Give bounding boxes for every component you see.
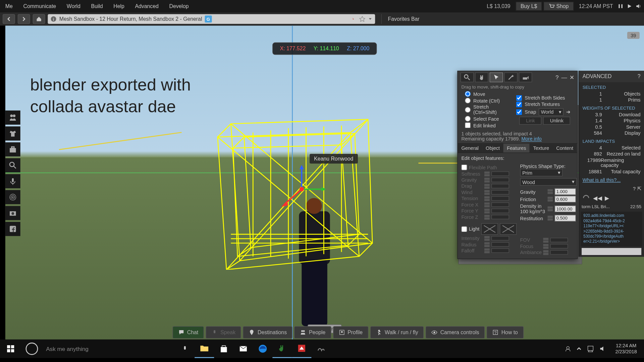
volume-icon[interactable]: [599, 345, 606, 352]
gravity-input[interactable]: [554, 188, 576, 195]
script-input[interactable]: [582, 248, 641, 255]
script-help-icon[interactable]: ?: [633, 186, 636, 192]
taskbar-explorer[interactable]: [195, 340, 214, 358]
snap-mode-select[interactable]: World▾: [539, 108, 564, 115]
move-tool[interactable]: [475, 72, 488, 82]
menu-advanced[interactable]: Advanced: [130, 3, 164, 9]
intensity-slider[interactable]: [491, 236, 509, 240]
taskbar-mail[interactable]: [233, 340, 253, 358]
notification-icon[interactable]: [587, 345, 594, 352]
tab-features[interactable]: Features: [503, 144, 530, 153]
script-next-icon[interactable]: ▶: [605, 195, 609, 201]
restitution-spinner[interactable]: [547, 216, 553, 221]
restitution-input[interactable]: [554, 215, 576, 222]
taskbar-edge[interactable]: [253, 340, 272, 358]
shop-button[interactable]: Shop: [544, 2, 574, 11]
dropdown-icon[interactable]: [368, 17, 372, 21]
flexible-path-check[interactable]: Flexible Path: [461, 165, 517, 170]
link-button[interactable]: Link: [519, 116, 541, 124]
taskbar-secondlife[interactable]: [272, 340, 292, 358]
nav-home-button[interactable]: [33, 14, 45, 24]
gravity-spinner[interactable]: [547, 189, 553, 194]
buy-linden-button[interactable]: Buy L$: [516, 2, 542, 10]
system-clock[interactable]: 12:24 AM2/23/2018: [612, 343, 641, 355]
drag-spinner[interactable]: [484, 184, 490, 189]
taskbar-mic[interactable]: [175, 340, 195, 358]
forcex-slider[interactable]: [491, 202, 509, 207]
help-icon[interactable]: ?: [555, 74, 559, 81]
softness-slider[interactable]: [491, 172, 509, 176]
select-face-radio[interactable]: Select Face: [461, 115, 510, 122]
falloff-spinner[interactable]: [484, 248, 490, 253]
focus-tool[interactable]: [461, 72, 474, 82]
radar-button[interactable]: [5, 190, 20, 204]
taskbar-search[interactable]: Ask me anything: [43, 342, 175, 356]
edit-linked-check[interactable]: Edit linked: [461, 122, 510, 129]
people-tray-icon[interactable]: [565, 346, 571, 352]
menu-me[interactable]: Me: [0, 3, 18, 9]
voice-button[interactable]: [5, 174, 20, 188]
tab-content[interactable]: Content: [553, 144, 577, 153]
more-info-link[interactable]: More info: [521, 136, 541, 141]
minimize-icon[interactable]: —: [561, 74, 567, 81]
light-color-swatch[interactable]: [481, 223, 498, 235]
tab-texture[interactable]: Texture: [530, 144, 553, 153]
radius-slider[interactable]: [491, 242, 509, 247]
close-icon[interactable]: ✕: [570, 74, 575, 81]
forcez-slider[interactable]: [491, 215, 509, 219]
forcex-spinner[interactable]: [484, 202, 490, 207]
search-button[interactable]: [5, 158, 20, 172]
drag-slider[interactable]: [491, 184, 509, 188]
refresh-icon[interactable]: [582, 194, 590, 202]
location-bar[interactable]: i Mesh Sandbox - 12 Hour Return, Mesh Sa…: [48, 14, 375, 24]
camera-controls-button[interactable]: Camera controls: [426, 326, 485, 339]
material-select[interactable]: Wood▾: [520, 178, 577, 185]
stretch-both-check[interactable]: Stretch Both Sides: [513, 95, 574, 101]
media-pause-icon[interactable]: [618, 3, 624, 9]
rotate-radio[interactable]: Rotate (Ctrl): [461, 97, 510, 104]
snap-check[interactable]: Snap World▾ ➔: [513, 108, 574, 116]
taskbar-sketchup[interactable]: [292, 340, 311, 358]
physics-shape-select[interactable]: Prim▾: [520, 169, 563, 176]
cortana-button[interactable]: [21, 340, 42, 358]
falloff-slider[interactable]: [491, 248, 509, 253]
focus-slider[interactable]: [550, 244, 568, 248]
start-button[interactable]: [0, 340, 21, 358]
media-play-icon[interactable]: [626, 3, 632, 9]
volume-icon[interactable]: [635, 3, 641, 9]
snap-arrow-icon[interactable]: ➔: [566, 109, 570, 115]
favorite-star-icon[interactable]: [359, 16, 365, 22]
nav-forward-button[interactable]: [18, 14, 30, 24]
create-tool[interactable]: [504, 72, 518, 82]
light-texture-swatch[interactable]: [500, 223, 517, 235]
ambiance-spinner[interactable]: [543, 250, 548, 255]
script-undock-icon[interactable]: ⇱: [637, 186, 641, 192]
stretch-radio[interactable]: Stretch (Ctrl+Shift): [461, 104, 510, 115]
destinations-button[interactable]: Destinations: [243, 326, 292, 339]
tension-slider[interactable]: [491, 196, 509, 201]
menu-communicate[interactable]: Communicate: [18, 3, 61, 9]
menu-develop[interactable]: Develop: [164, 3, 194, 9]
fov-slider[interactable]: [550, 238, 568, 242]
softness-spinner[interactable]: [484, 171, 490, 176]
forcez-spinner[interactable]: [484, 215, 490, 220]
how-to-button[interactable]: ?How to: [487, 326, 524, 339]
friction-input[interactable]: [554, 196, 576, 202]
stretch-tex-check[interactable]: Stretch Textures: [513, 101, 574, 108]
chat-button[interactable]: Chat: [172, 326, 204, 339]
script-prev-icon[interactable]: ◀◀: [593, 195, 602, 201]
fov-spinner[interactable]: [543, 238, 548, 243]
friction-spinner[interactable]: [547, 197, 553, 202]
appearance-button[interactable]: [5, 126, 20, 140]
radius-spinner[interactable]: [484, 242, 490, 247]
flex-gravity-spinner[interactable]: [484, 177, 490, 182]
density-spinner[interactable]: [547, 206, 553, 211]
menu-build[interactable]: Build: [86, 3, 108, 9]
unlink-button[interactable]: Unlink: [543, 116, 570, 124]
forcey-spinner[interactable]: [484, 208, 490, 214]
edit-tool[interactable]: [490, 72, 503, 82]
wind-spinner[interactable]: [484, 190, 490, 195]
taskbar-store[interactable]: [214, 340, 233, 358]
wind-slider[interactable]: [491, 190, 509, 194]
menu-world[interactable]: World: [61, 3, 86, 9]
